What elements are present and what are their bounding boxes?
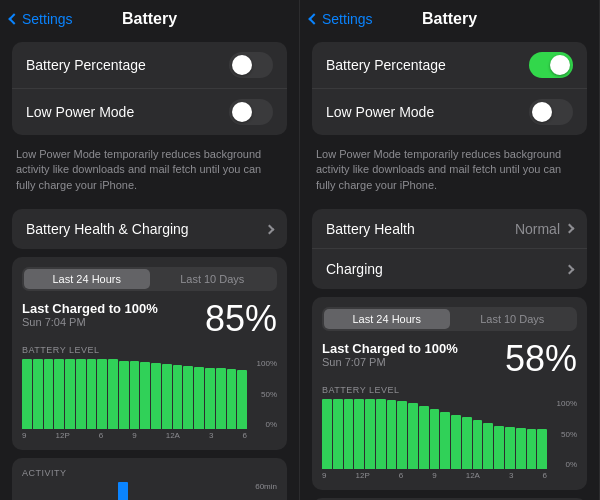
toggle-row-low-power-mode[interactable]: Low Power Mode [12, 89, 287, 135]
battery-bar [140, 362, 150, 429]
activity-bar [214, 482, 224, 500]
battery-bar [408, 403, 418, 469]
activity-bar [107, 482, 117, 500]
x-label: 12P [355, 471, 369, 480]
charge-left: Last Charged to 100%Sun 7:07 PM [322, 341, 458, 368]
battery-x-labels: 912P6912A36 [22, 431, 277, 440]
toggles-section: Battery PercentageLow Power Mode [12, 42, 287, 135]
activity-bar [193, 482, 203, 500]
battery-bar [183, 366, 193, 429]
back-button[interactable]: Settings [310, 11, 373, 27]
battery-bars-wrap [22, 359, 247, 429]
back-button[interactable]: Settings [10, 11, 73, 27]
menu-row-battery-health[interactable]: Battery Health & Charging [12, 209, 287, 249]
battery-bar [516, 428, 526, 469]
menu-label-charging: Charging [326, 261, 383, 277]
activity-y-label: 60min [245, 482, 277, 491]
toggle-label-battery-percentage: Battery Percentage [26, 57, 146, 73]
header: SettingsBattery [300, 0, 599, 34]
battery-bar [22, 359, 32, 429]
battery-bars [322, 399, 547, 469]
battery-bar [440, 412, 450, 469]
battery-y-labels: 100%50%0% [549, 399, 577, 469]
battery-bar [483, 423, 493, 469]
activity-bar [182, 482, 192, 500]
charge-sub: Sun 7:07 PM [322, 356, 458, 368]
menu-right-charging [566, 266, 573, 273]
battery-bar-chart: 100%50%0% [22, 359, 277, 429]
toggle-battery-percentage[interactable] [529, 52, 573, 78]
battery-bar [173, 365, 183, 429]
battery-bar [44, 359, 54, 429]
battery-bar [87, 359, 97, 429]
battery-bar [130, 361, 140, 429]
activity-bar [171, 482, 181, 500]
battery-bar [354, 399, 364, 469]
battery-bar-chart: 100%50%0% [322, 399, 577, 469]
page-title: Battery [422, 10, 477, 28]
battery-bar [65, 359, 75, 429]
time-tab-0[interactable]: Last 24 Hours [324, 309, 450, 329]
toggle-thumb [550, 55, 570, 75]
charge-info: Last Charged to 100%Sun 7:07 PM58% [322, 341, 577, 377]
charge-percent: 58% [505, 341, 577, 377]
toggle-battery-percentage[interactable] [229, 52, 273, 78]
description-text: Low Power Mode temporarily reduces backg… [300, 143, 599, 201]
toggle-row-low-power-mode[interactable]: Low Power Mode [312, 89, 587, 135]
y-label: 0% [249, 420, 277, 429]
battery-bar [419, 406, 429, 469]
chevron-left-icon [8, 13, 19, 24]
battery-bar [76, 359, 86, 429]
x-label: 3 [209, 431, 213, 440]
y-label: 0% [549, 460, 577, 469]
battery-bar [162, 364, 172, 429]
activity-bar [129, 482, 139, 500]
x-label: 6 [399, 471, 403, 480]
battery-bar [430, 409, 440, 469]
x-label: 9 [22, 431, 26, 440]
x-label: 12A [166, 431, 180, 440]
menu-right-battery-health: Normal [515, 221, 573, 237]
battery-bar [387, 400, 397, 469]
activity-bar [203, 482, 213, 500]
battery-bar [205, 368, 215, 430]
battery-x-labels: 912P6912A36 [322, 471, 577, 480]
toggle-thumb [232, 102, 252, 122]
charge-label: Last Charged to 100% [22, 301, 158, 316]
battery-y-labels: 100%50%0% [249, 359, 277, 429]
activity-bar [161, 482, 171, 500]
x-label: 6 [99, 431, 103, 440]
menu-label-battery-health: Battery Health [326, 221, 415, 237]
charge-label: Last Charged to 100% [322, 341, 458, 356]
toggle-label-low-power-mode: Low Power Mode [26, 104, 134, 120]
battery-bar [237, 370, 247, 430]
time-tab-1[interactable]: Last 10 Days [450, 309, 576, 329]
battery-level-label: BATTERY LEVEL [22, 345, 277, 355]
charge-info: Last Charged to 100%Sun 7:04 PM85% [22, 301, 277, 337]
header: SettingsBattery [0, 0, 299, 34]
toggle-thumb [532, 102, 552, 122]
battery-bar [365, 399, 375, 469]
toggle-row-battery-percentage[interactable]: Battery Percentage [12, 42, 287, 89]
battery-bar [344, 399, 354, 469]
chevron-right-icon [565, 224, 575, 234]
time-tab-0[interactable]: Last 24 Hours [24, 269, 150, 289]
x-label: 12A [466, 471, 480, 480]
activity-bar [22, 482, 32, 500]
time-tab-1[interactable]: Last 10 Days [150, 269, 276, 289]
activity-bar [235, 482, 245, 500]
battery-bar [397, 401, 407, 469]
toggle-row-battery-percentage[interactable]: Battery Percentage [312, 42, 587, 89]
battery-bar [54, 359, 64, 429]
toggle-low-power-mode[interactable] [229, 99, 273, 125]
charge-left: Last Charged to 100%Sun 7:04 PM [22, 301, 158, 328]
menu-row-battery-health[interactable]: Battery HealthNormal [312, 209, 587, 249]
y-label: 100% [549, 399, 577, 408]
toggle-low-power-mode[interactable] [529, 99, 573, 125]
activity-bar [65, 482, 75, 500]
activity-bar [86, 482, 96, 500]
x-label: 9 [322, 471, 326, 480]
chevron-right-icon [265, 224, 275, 234]
time-tabs: Last 24 HoursLast 10 Days [322, 307, 577, 331]
menu-row-charging[interactable]: Charging [312, 249, 587, 289]
